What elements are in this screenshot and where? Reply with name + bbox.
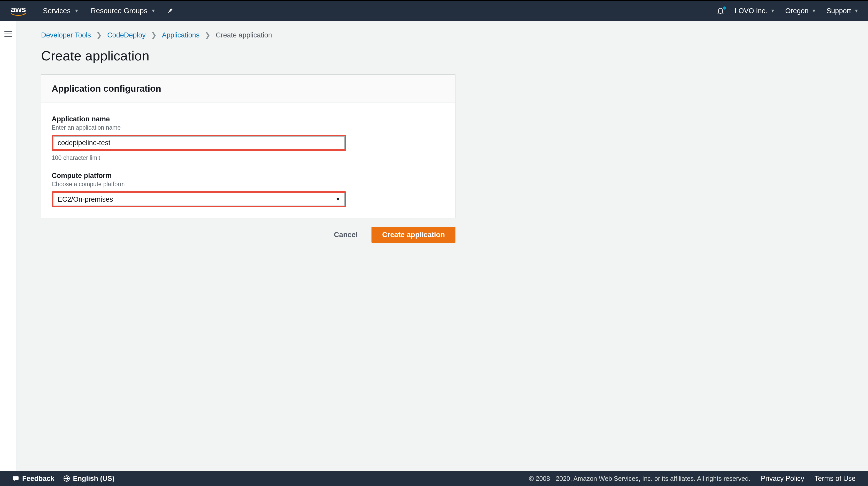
terms-of-use-link[interactable]: Terms of Use [814,475,856,483]
compute-platform-value: EC2/On-premises [58,195,113,203]
application-name-highlight [52,135,346,151]
chevron-right-icon: ❯ [96,31,102,39]
feedback-button[interactable]: Feedback [12,475,55,483]
nav-resource-groups[interactable]: Resource Groups ▼ [91,7,156,15]
notifications-button[interactable] [717,7,724,15]
feedback-label: Feedback [22,475,55,483]
sidebar-toggle-button[interactable] [4,31,12,37]
breadcrumb-applications[interactable]: Applications [162,31,200,39]
right-gutter: i [847,21,868,471]
chevron-right-icon: ❯ [205,31,211,39]
nav-services[interactable]: Services ▼ [43,7,79,15]
account-label: LOVO Inc. [735,7,767,15]
compute-platform-hint: Choose a compute platform [52,181,445,188]
nav-resource-groups-label: Resource Groups [91,7,147,15]
aws-smile-icon [9,13,27,17]
caret-down-icon: ▼ [151,8,156,14]
application-name-input[interactable] [53,136,345,149]
compute-platform-label: Compute platform [52,172,445,180]
pin-icon[interactable] [167,8,174,14]
support-label: Support [827,7,851,15]
aws-header: aws Services ▼ Resource Groups ▼ LOVO In… [0,1,868,21]
hamburger-icon [4,31,12,32]
caret-down-icon: ▼ [854,8,859,14]
region-menu[interactable]: Oregon ▼ [785,7,816,15]
chevron-right-icon: ❯ [151,31,157,39]
caret-down-icon: ▼ [74,8,79,14]
panel-title: Application configuration [52,84,445,94]
notification-dot-icon [723,6,726,9]
application-name-hint: Enter an application name [52,124,445,131]
application-name-group: Application name Enter an application na… [52,115,445,161]
account-menu[interactable]: LOVO Inc. ▼ [735,7,775,15]
breadcrumb-current: Create application [216,31,272,39]
aws-footer: Feedback English (US) © 2008 - 2020, Ama… [0,471,868,486]
footer-copyright: © 2008 - 2020, Amazon Web Services, Inc.… [529,475,750,482]
globe-icon [63,475,70,482]
page-title: Create application [41,48,823,64]
application-name-limit-hint: 100 character limit [52,155,445,161]
nav-services-label: Services [43,7,70,15]
speech-bubble-icon [12,475,19,482]
form-actions: Cancel Create application [41,227,456,243]
breadcrumb-codedeploy[interactable]: CodeDeploy [107,31,146,39]
create-application-button[interactable]: Create application [371,227,456,243]
privacy-policy-link[interactable]: Privacy Policy [761,475,804,483]
application-configuration-panel: Application configuration Application na… [41,74,456,218]
application-name-label: Application name [52,115,445,123]
panel-header: Application configuration [41,75,455,103]
aws-logo[interactable]: aws [9,5,27,17]
cancel-button[interactable]: Cancel [329,227,363,242]
language-label: English (US) [73,475,115,483]
caret-down-icon: ▼ [812,8,816,14]
hamburger-icon [4,34,12,34]
triangle-down-icon: ▼ [336,197,340,202]
aws-logo-text: aws [11,5,26,13]
caret-down-icon: ▼ [770,8,775,14]
compute-platform-group: Compute platform Choose a compute platfo… [52,172,445,207]
breadcrumb-developer-tools[interactable]: Developer Tools [41,31,91,39]
region-label: Oregon [785,7,809,15]
hamburger-icon [4,36,12,37]
support-menu[interactable]: Support ▼ [827,7,859,15]
breadcrumb: Developer Tools ❯ CodeDeploy ❯ Applicati… [41,31,823,39]
compute-platform-select[interactable]: EC2/On-premises ▼ [53,193,345,206]
left-rail [0,21,17,471]
language-selector[interactable]: English (US) [63,475,115,483]
header-right-nav: LOVO Inc. ▼ Oregon ▼ Support ▼ [717,7,859,15]
compute-platform-highlight: EC2/On-premises ▼ [52,191,346,207]
main-content: Developer Tools ❯ CodeDeploy ❯ Applicati… [17,21,847,471]
